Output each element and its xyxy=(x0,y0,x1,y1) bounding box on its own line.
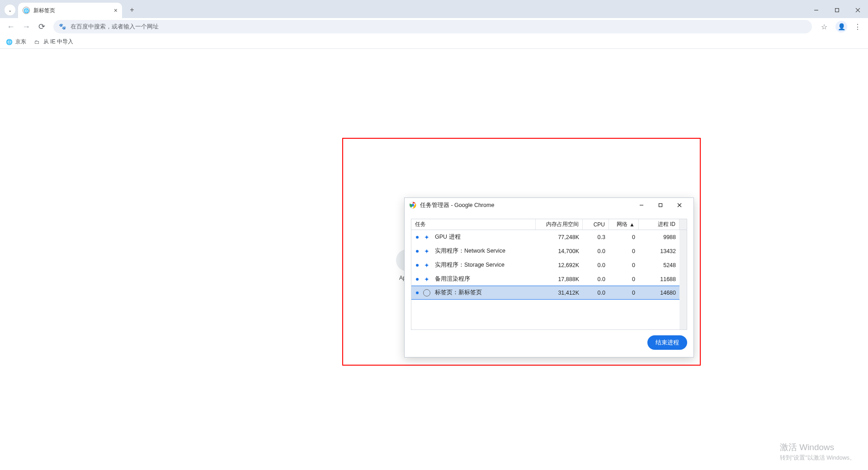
windows-activation-watermark: 激活 Windows 转到"设置"以激活 Windows。 xyxy=(780,442,855,462)
task-row[interactable]: ✦备用渲染程序17,888K0.0011688 xyxy=(411,272,687,286)
cell-pid: 11688 xyxy=(639,276,679,282)
task-manager-dialog: 任务管理器 - Google Chrome 任务 内存占用空间 CPU 网络▲ … xyxy=(404,197,694,357)
browser-tab[interactable]: 🌐 新标签页 × xyxy=(18,3,122,18)
globe-icon xyxy=(423,289,430,296)
extension-icon: ✦ xyxy=(423,248,430,255)
bookmarks-bar: 🌐 京东 🗀 从 IE 中导入 xyxy=(0,35,868,49)
bullet-icon xyxy=(416,291,419,294)
tab-title: 新标签页 xyxy=(33,7,55,14)
dialog-title: 任务管理器 - Google Chrome xyxy=(420,202,494,209)
forward-button[interactable]: → xyxy=(20,20,33,33)
extension-icon: ✦ xyxy=(423,234,430,241)
cell-cpu: 0.0 xyxy=(583,248,609,254)
col-network[interactable]: 网络▲ xyxy=(609,219,639,230)
dialog-titlebar[interactable]: 任务管理器 - Google Chrome xyxy=(405,198,693,212)
scrollbar-head xyxy=(679,219,687,230)
window-close-button[interactable] xyxy=(847,2,868,18)
new-tab-button[interactable]: + xyxy=(126,4,138,16)
task-row[interactable]: 标签页：新标签页31,412K0.0014680 xyxy=(411,286,687,300)
omnibox-placeholder: 在百度中搜索，或者输入一个网址 xyxy=(71,23,159,31)
address-bar[interactable]: 🐾 在百度中搜索，或者输入一个网址 xyxy=(53,20,812,33)
cell-pid: 9988 xyxy=(639,234,679,240)
cell-memory: 77,248K xyxy=(536,234,583,240)
globe-icon: 🌐 xyxy=(5,38,13,46)
col-task[interactable]: 任务 xyxy=(411,219,536,230)
task-row[interactable]: ✦实用程序：Network Service14,700K0.0013432 xyxy=(411,244,687,258)
cell-pid: 14680 xyxy=(639,290,679,296)
cell-pid: 13432 xyxy=(639,248,679,254)
minimize-button[interactable] xyxy=(806,2,826,18)
profile-avatar[interactable]: 👤 xyxy=(835,21,847,33)
cell-network: 0 xyxy=(609,276,639,282)
cell-memory: 31,412K xyxy=(536,290,583,296)
reload-button[interactable]: ⟳ xyxy=(35,20,48,33)
grid-header: 任务 内存占用空间 CPU 网络▲ 进程 ID xyxy=(411,219,687,230)
browser-tab-strip: ⌄ 🌐 新标签页 × + xyxy=(0,0,868,18)
dialog-minimize-button[interactable] xyxy=(632,199,651,212)
browser-toolbar: ← → ⟳ 🐾 在百度中搜索，或者输入一个网址 ☆ 👤 ⋮ xyxy=(0,18,868,35)
back-button[interactable]: ← xyxy=(5,20,17,33)
svg-rect-7 xyxy=(659,204,662,207)
menu-kebab-icon[interactable]: ⋮ xyxy=(852,21,863,33)
bullet-icon xyxy=(416,236,419,239)
cell-pid: 5248 xyxy=(639,262,679,268)
bookmark-label: 京东 xyxy=(15,38,26,46)
end-process-button[interactable]: 结束进程 xyxy=(647,335,687,350)
close-icon[interactable]: × xyxy=(114,7,118,14)
col-pid[interactable]: 进程 ID xyxy=(639,219,679,230)
task-name: GPU 进程 xyxy=(435,233,461,241)
svg-rect-1 xyxy=(835,8,839,12)
bullet-icon xyxy=(416,250,419,253)
cell-cpu: 0.3 xyxy=(583,234,609,240)
dialog-close-button[interactable] xyxy=(670,199,689,212)
chrome-icon xyxy=(409,202,416,209)
watermark-line1: 激活 Windows xyxy=(780,442,855,453)
col-cpu[interactable]: CPU xyxy=(583,219,609,230)
baidu-paw-icon: 🐾 xyxy=(59,23,66,30)
task-name: 备用渲染程序 xyxy=(435,275,470,283)
cell-network: 0 xyxy=(609,234,639,240)
cell-network: 0 xyxy=(609,248,639,254)
bookmark-label: 从 IE 中导入 xyxy=(43,38,73,46)
task-name: 实用程序：Network Service xyxy=(435,247,505,255)
task-row[interactable]: ✦GPU 进程77,248K0.309988 xyxy=(411,230,687,244)
cell-cpu: 0.0 xyxy=(583,262,609,268)
bookmark-jd[interactable]: 🌐 京东 xyxy=(5,38,26,46)
bullet-icon xyxy=(416,264,419,267)
vertical-scrollbar[interactable] xyxy=(679,230,687,329)
bookmark-ie-import[interactable]: 🗀 从 IE 中导入 xyxy=(33,38,73,46)
maximize-button[interactable] xyxy=(826,2,847,18)
task-grid: 任务 内存占用空间 CPU 网络▲ 进程 ID ✦GPU 进程77,248K0.… xyxy=(411,219,687,330)
window-controls xyxy=(806,2,868,18)
bookmark-star-icon[interactable]: ☆ xyxy=(817,20,831,33)
folder-icon: 🗀 xyxy=(33,38,41,46)
cell-memory: 17,888K xyxy=(536,276,583,282)
cell-memory: 14,700K xyxy=(536,248,583,254)
task-row[interactable]: ✦实用程序：Storage Service12,692K0.005248 xyxy=(411,258,687,272)
cell-memory: 12,692K xyxy=(536,262,583,268)
col-memory[interactable]: 内存占用空间 xyxy=(536,219,583,230)
cell-network: 0 xyxy=(609,262,639,268)
sort-asc-icon: ▲ xyxy=(629,221,635,228)
tab-search-button[interactable]: ⌄ xyxy=(5,5,15,15)
bullet-icon xyxy=(416,278,419,281)
task-name: 实用程序：Storage Service xyxy=(435,261,505,269)
globe-icon: 🌐 xyxy=(23,7,30,14)
cell-cpu: 0.0 xyxy=(583,290,609,296)
dialog-maximize-button[interactable] xyxy=(651,199,670,212)
cell-network: 0 xyxy=(609,290,639,296)
extension-icon: ✦ xyxy=(423,262,430,269)
cell-cpu: 0.0 xyxy=(583,276,609,282)
task-name: 标签页：新标签页 xyxy=(435,289,482,296)
extension-icon: ✦ xyxy=(423,276,430,283)
watermark-line2: 转到"设置"以激活 Windows。 xyxy=(780,454,855,462)
